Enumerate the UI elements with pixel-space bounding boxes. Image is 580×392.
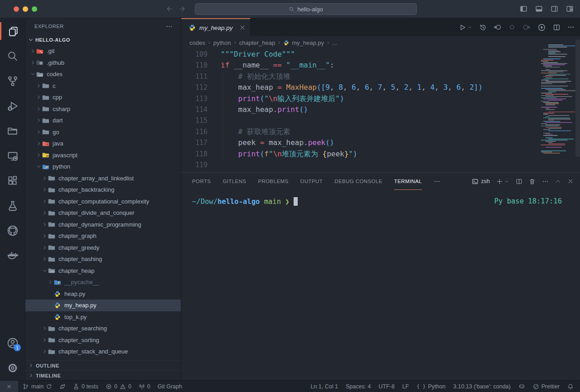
panel-tab-debug-console[interactable]: DEBUG CONSOLE xyxy=(334,173,382,190)
panel-tabs-more-icon[interactable] xyxy=(434,178,440,185)
terminal-dropdown-icon[interactable] xyxy=(504,179,509,184)
status-git-branch[interactable]: main xyxy=(19,381,56,392)
tree-item-my_heap.py[interactable]: my_heap.py xyxy=(25,300,181,311)
editor-scrollbar[interactable] xyxy=(575,40,580,157)
close-tab-icon[interactable] xyxy=(239,24,246,31)
maximize-window-button[interactable] xyxy=(32,6,37,12)
tree-item-chapter_searching[interactable]: chapter_searching xyxy=(25,323,181,334)
code-editor[interactable]: 109"""Driver Code"""110if __name__ == "_… xyxy=(181,49,580,172)
status-encoding[interactable]: UTF-8 xyxy=(379,381,395,392)
tree-item-dart[interactable]: dart xyxy=(25,115,181,126)
panel-tab-terminal[interactable]: TERMINAL xyxy=(394,173,422,190)
toggle-panel-icon[interactable] xyxy=(535,5,543,13)
run-python-file-button[interactable] xyxy=(459,24,466,31)
status-remote-indicator[interactable] xyxy=(0,381,18,392)
split-terminal-icon[interactable] xyxy=(516,178,522,185)
section-outline[interactable]: OUTLINE xyxy=(25,360,181,370)
command-center-search[interactable]: hello-algo xyxy=(195,3,417,15)
tree-item-chapter_hashing[interactable]: chapter_hashing xyxy=(25,253,181,265)
activity-remote-explorer[interactable] xyxy=(0,143,25,168)
status-tests[interactable]: 0 tests xyxy=(69,381,102,392)
breadcrumb-item[interactable]: codes xyxy=(189,39,205,46)
new-terminal-icon[interactable] xyxy=(496,178,503,185)
status-git-compare[interactable] xyxy=(56,381,69,392)
breadcrumb-item[interactable]: chapter_heap xyxy=(239,39,276,46)
tree-item-go[interactable]: go xyxy=(25,126,181,138)
tree-item-chapter_dynamic_programming[interactable]: chapter_dynamic_programming xyxy=(25,219,181,231)
panel-tab-gitlens[interactable]: GITLENS xyxy=(222,173,246,190)
tree-item-javascript[interactable]: JSjavascript xyxy=(25,150,181,161)
panel-tab-output[interactable]: OUTPUT xyxy=(300,173,323,190)
status-indentation[interactable]: Spaces: 4 xyxy=(346,381,371,392)
status-python-interpreter[interactable]: 3.10.13 ('base': conda) xyxy=(453,381,510,392)
tab-my-heap[interactable]: my_heap.py xyxy=(181,18,251,36)
editor-more-actions-icon[interactable] xyxy=(567,24,575,31)
nav-forward-icon[interactable] xyxy=(179,5,187,13)
activity-folder-library[interactable] xyxy=(0,118,25,143)
activity-settings[interactable] xyxy=(0,355,25,380)
activity-github[interactable] xyxy=(0,218,25,243)
terminal-shell-selector[interactable]: zsh xyxy=(472,178,490,185)
activity-testing[interactable] xyxy=(0,193,25,218)
customize-layout-icon[interactable] xyxy=(566,5,574,13)
breadcrumb-file[interactable]: my_heap.py xyxy=(283,39,324,46)
status-feedback[interactable]: 0 xyxy=(135,381,154,392)
tree-item-chapter_heap[interactable]: chapter_heap xyxy=(25,265,181,277)
activity-docker[interactable] xyxy=(0,243,25,268)
tree-item-.git[interactable]: .git xyxy=(25,45,181,57)
activity-accounts[interactable]: 1 xyxy=(0,330,25,355)
minimize-window-button[interactable] xyxy=(23,6,28,12)
status-copilot[interactable] xyxy=(518,381,525,392)
tree-item-chapter_graph[interactable]: chapter_graph xyxy=(25,230,181,242)
status-git-graph[interactable]: Git Graph xyxy=(154,381,186,392)
tree-item-chapter_computational_complexity[interactable]: chapter_computational_complexity xyxy=(25,196,181,208)
activity-extensions[interactable] xyxy=(0,168,25,193)
tree-item-java[interactable]: java xyxy=(25,138,181,150)
activity-explorer[interactable] xyxy=(0,19,25,44)
tree-item-__pycache__[interactable]: __pycache__ xyxy=(25,276,181,288)
nav-back-icon[interactable] xyxy=(165,5,173,13)
tree-item-chapter_greedy[interactable]: chapter_greedy xyxy=(25,242,181,254)
split-editor-icon[interactable] xyxy=(553,24,561,31)
tree-item-chapter_stack_and_queue[interactable]: chapter_stack_and_queue xyxy=(25,346,181,358)
terminal[interactable]: ~/Dow/hello-algo main ❯ Py base 18:17:16 xyxy=(181,190,580,206)
project-root-row[interactable]: HELLO-ALGO xyxy=(25,34,181,45)
tree-item-chapter_backtracking[interactable]: chapter_backtracking xyxy=(25,184,181,196)
panel-tab-problems[interactable]: PROBLEMS xyxy=(258,173,288,190)
tree-item-chapter_divide_and_conquer[interactable]: chapter_divide_and_conquer xyxy=(25,207,181,219)
close-window-button[interactable] xyxy=(14,6,19,12)
toggle-secondary-sidebar-icon[interactable] xyxy=(551,5,558,13)
status-notifications[interactable] xyxy=(567,381,574,392)
history-back-icon[interactable] xyxy=(493,23,502,31)
toggle-sidebar-icon[interactable] xyxy=(520,5,527,13)
tree-item-cpp[interactable]: cpp xyxy=(25,92,181,103)
timeline-history-icon[interactable] xyxy=(479,24,487,31)
activity-search[interactable] xyxy=(0,44,25,68)
breadcrumb-symbol[interactable]: ... xyxy=(332,39,337,46)
status-cursor-position[interactable]: Ln 1, Col 1 xyxy=(310,381,338,392)
tree-item-python[interactable]: python xyxy=(25,161,181,173)
tree-item-chapter_sorting[interactable]: chapter_sorting xyxy=(25,334,181,346)
tree-item-csharp[interactable]: csharp xyxy=(25,103,181,115)
status-problems[interactable]: 00 xyxy=(102,381,135,392)
status-eol[interactable]: LF xyxy=(402,381,409,392)
tree-item-c[interactable]: c xyxy=(25,80,181,92)
activity-source-control[interactable] xyxy=(0,68,25,93)
tree-item-codes[interactable]: codes xyxy=(25,68,181,80)
tree-item-top_k.py[interactable]: top_k.py xyxy=(25,311,181,323)
status-language-mode[interactable]: { }Python xyxy=(417,381,446,392)
activity-run-debug[interactable] xyxy=(0,93,25,118)
tree-item-heap.py[interactable]: heap.py xyxy=(25,288,181,300)
maximize-panel-icon[interactable] xyxy=(555,179,561,184)
run-code-icon[interactable] xyxy=(537,23,546,32)
close-panel-icon[interactable] xyxy=(567,178,574,184)
section-timeline[interactable]: TIMELINE xyxy=(25,370,181,380)
minimap[interactable] xyxy=(540,44,575,157)
kill-terminal-icon[interactable] xyxy=(529,178,536,185)
panel-more-actions-icon[interactable] xyxy=(542,178,549,185)
explorer-more-actions-icon[interactable] xyxy=(166,23,173,30)
run-dropdown-icon[interactable] xyxy=(467,25,472,30)
panel-tab-ports[interactable]: PORTS xyxy=(192,173,211,190)
tree-item-.github[interactable]: .github xyxy=(25,57,181,69)
status-prettier[interactable]: Prettier xyxy=(533,381,560,392)
